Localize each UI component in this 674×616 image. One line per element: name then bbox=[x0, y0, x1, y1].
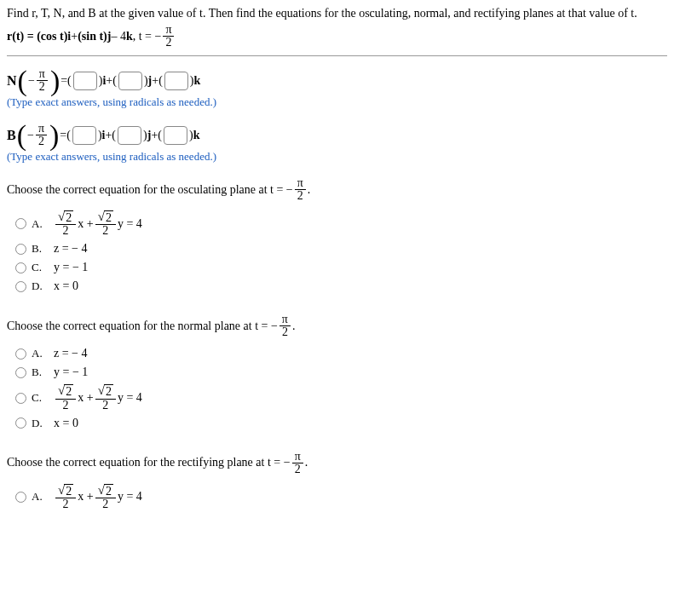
q-rect-period: . bbox=[305, 456, 308, 469]
lp6: ( bbox=[158, 129, 162, 142]
q-osc-2: 2 bbox=[295, 190, 306, 202]
radio-icon[interactable] bbox=[15, 281, 26, 292]
osc-choice-c[interactable]: C. y = − 1 bbox=[15, 261, 667, 274]
lp3: ( bbox=[158, 74, 163, 88]
label-c: C. bbox=[32, 261, 47, 274]
rsqrt2-num: √2 bbox=[55, 484, 76, 498]
norm-choice-a[interactable]: A. z = − 4 bbox=[15, 347, 667, 360]
t-equals: , t = − bbox=[133, 30, 162, 43]
label-a: A. bbox=[32, 217, 47, 231]
osc-c-content: y = − 1 bbox=[54, 261, 88, 274]
equals-b: = bbox=[60, 129, 66, 142]
den2a: 2 bbox=[60, 225, 72, 237]
radio-icon[interactable] bbox=[15, 417, 26, 429]
norm-label-c: C. bbox=[32, 391, 47, 405]
divider bbox=[7, 55, 667, 56]
osc-choice-d[interactable]: D. x = 0 bbox=[15, 279, 667, 293]
n-equation: N ( − π 2 ) = ( ) i + ( ) j + ( ) k bbox=[7, 68, 667, 93]
b-i-input[interactable] bbox=[72, 126, 96, 145]
radio-icon[interactable] bbox=[15, 262, 26, 273]
unit-k: k bbox=[126, 30, 133, 43]
radio-icon[interactable] bbox=[15, 244, 26, 255]
norm-label-d: D. bbox=[32, 417, 47, 430]
rden2a: 2 bbox=[60, 498, 72, 510]
q-osc-frac: π 2 bbox=[295, 177, 306, 202]
norm-choice-d[interactable]: D. x = 0 bbox=[15, 417, 667, 430]
nyeq4: y = 4 bbox=[118, 391, 142, 405]
n-j-input[interactable] bbox=[118, 72, 142, 90]
rt-mid: (sin t) bbox=[78, 30, 107, 43]
osc-choice-a[interactable]: A. √2 2 x + √2 2 y = 4 bbox=[15, 210, 667, 237]
q-osc-text: Choose the correct equation for the oscu… bbox=[7, 183, 293, 197]
radio-icon[interactable] bbox=[15, 218, 26, 229]
norm-choice-c[interactable]: C. √2 2 x + √2 2 y = 4 bbox=[15, 384, 667, 411]
norm-b-content: y = − 1 bbox=[54, 366, 88, 379]
n-label: N bbox=[7, 73, 17, 89]
nden2a: 2 bbox=[60, 400, 72, 412]
rect-choice-a[interactable]: A. √2 2 x + √2 2 y = 4 bbox=[15, 484, 667, 510]
b-k-input[interactable] bbox=[164, 126, 187, 145]
osc-a-content: √2 2 x + √2 2 y = 4 bbox=[54, 210, 142, 237]
osc-choice-b[interactable]: B. z = − 4 bbox=[15, 242, 667, 256]
pi-b: π bbox=[36, 123, 47, 135]
norm-label-b: B. bbox=[32, 366, 47, 379]
plus-n1: + bbox=[106, 74, 112, 88]
frac2: √2 2 bbox=[95, 210, 116, 237]
den2b: 2 bbox=[100, 225, 111, 237]
q-norm-frac: π 2 bbox=[279, 314, 291, 338]
plus-n2: + bbox=[152, 74, 158, 88]
k-b: k bbox=[193, 129, 200, 142]
neg-pi-2-arg: − π 2 bbox=[28, 68, 49, 93]
xplus-a: x + bbox=[78, 217, 93, 231]
neg-pi-2-arg-b: − π 2 bbox=[27, 123, 49, 147]
label-d: D. bbox=[32, 279, 47, 293]
ryeq4: y = 4 bbox=[118, 490, 142, 504]
nden2b: 2 bbox=[100, 400, 111, 412]
minus-b: − bbox=[27, 129, 34, 142]
rsqrt2-num2: √2 bbox=[95, 484, 116, 498]
normal-question: Choose the correct equation for the norm… bbox=[7, 314, 667, 338]
n-i-input[interactable] bbox=[73, 72, 97, 90]
norm-label-a: A. bbox=[32, 347, 47, 360]
minus: − bbox=[28, 74, 35, 88]
radio-icon[interactable] bbox=[15, 393, 26, 404]
radio-icon[interactable] bbox=[15, 348, 26, 360]
label-b: B. bbox=[32, 242, 47, 256]
q-rect-2: 2 bbox=[292, 463, 303, 475]
rect-a-content: √2 2 x + √2 2 y = 4 bbox=[54, 484, 142, 510]
q-norm-period: . bbox=[292, 320, 296, 333]
osculating-question: Choose the correct equation for the oscu… bbox=[7, 177, 667, 202]
lp2: ( bbox=[112, 74, 117, 88]
k-n: k bbox=[194, 74, 201, 88]
osc-b-content: z = − 4 bbox=[54, 242, 88, 256]
plus-1: + bbox=[71, 30, 78, 43]
osc-d-content: x = 0 bbox=[54, 279, 78, 293]
b-label: B bbox=[7, 128, 16, 143]
sqrt2-num: √2 bbox=[55, 210, 76, 225]
n-k-input[interactable] bbox=[164, 72, 188, 90]
radio-icon[interactable] bbox=[15, 367, 26, 378]
q-norm-pi: π bbox=[279, 314, 291, 326]
rden2b: 2 bbox=[100, 498, 111, 510]
radio-icon[interactable] bbox=[15, 492, 26, 503]
nfrac1: √2 2 bbox=[55, 384, 76, 411]
q-osc-pi: π bbox=[295, 177, 306, 190]
b-j-input[interactable] bbox=[118, 126, 141, 145]
pi-over-2: π 2 bbox=[163, 24, 174, 49]
rt-suf: – 4 bbox=[111, 30, 126, 43]
two-den: 2 bbox=[163, 37, 174, 49]
nfrac2: √2 2 bbox=[95, 384, 116, 411]
q-rect-frac: π 2 bbox=[292, 451, 303, 475]
norm-choice-b[interactable]: B. y = − 1 bbox=[15, 366, 667, 379]
rfrac2: √2 2 bbox=[95, 484, 116, 510]
frac1: √2 2 bbox=[55, 210, 76, 237]
pi-num: π bbox=[163, 24, 174, 37]
nsqrt2-num2: √2 bbox=[95, 384, 116, 399]
n-section: N ( − π 2 ) = ( ) i + ( ) j + ( ) k (Typ… bbox=[7, 68, 667, 164]
pi-over-2-b: π 2 bbox=[36, 123, 47, 147]
q-norm-text: Choose the correct equation for the norm… bbox=[7, 320, 278, 333]
q-osc-period: . bbox=[308, 183, 311, 197]
lp4: ( bbox=[66, 129, 71, 142]
rxplus: x + bbox=[78, 490, 93, 504]
hint-n: (Type exact answers, using radicals as n… bbox=[7, 95, 667, 109]
